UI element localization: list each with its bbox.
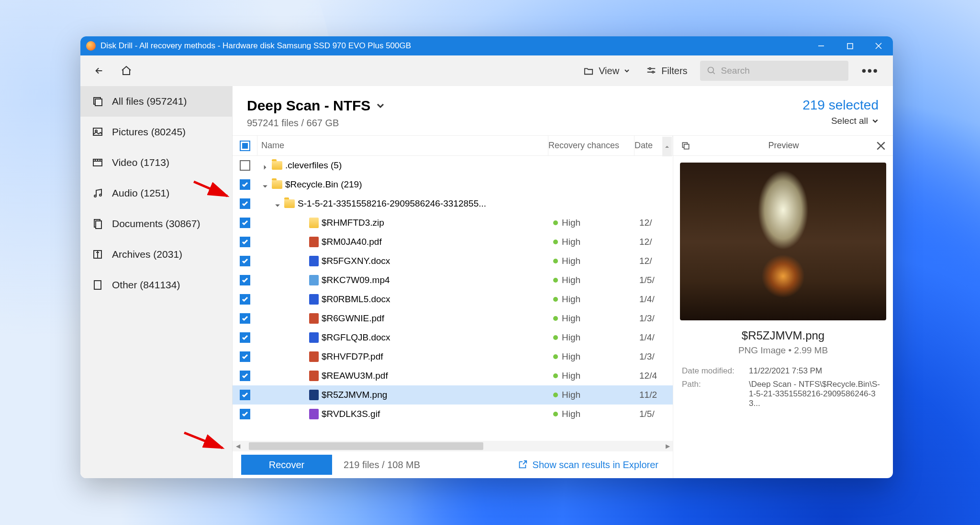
recover-label: Recover (269, 459, 304, 470)
horizontal-scrollbar[interactable]: ◀ ▶ (233, 441, 673, 451)
back-button[interactable] (90, 63, 108, 79)
row-checkbox[interactable] (240, 351, 250, 362)
other-icon (92, 279, 103, 291)
row-checkbox[interactable] (240, 160, 250, 171)
svg-line-9 (713, 72, 714, 74)
close-button[interactable] (864, 36, 893, 55)
column-name[interactable]: Name (257, 136, 548, 155)
status-dot-icon (553, 335, 558, 340)
sidebar-item-other[interactable]: Other (841134) (80, 270, 232, 300)
expand-caret[interactable] (262, 162, 269, 169)
close-preview-button[interactable] (877, 142, 885, 150)
row-checkbox[interactable] (240, 237, 250, 247)
chevron-down-icon (624, 68, 630, 74)
search-box[interactable] (700, 61, 848, 81)
expand-caret[interactable] (275, 200, 281, 207)
sidebar-item-label: Other (841134) (112, 279, 180, 291)
table-row[interactable]: $RHMFTD3.zipHigh12/ (233, 213, 673, 232)
scan-title-dropdown[interactable]: Deep Scan - NTFS (247, 98, 385, 114)
row-checkbox[interactable] (240, 218, 250, 228)
table-row[interactable]: $REAWU3M.pdfHigh12/4 (233, 366, 673, 385)
toolbar: View Filters ••• (80, 55, 893, 86)
sidebar-item-archives[interactable]: Archives (2031) (80, 239, 232, 270)
file-name: $REAWU3M.pdf (322, 371, 388, 381)
preview-path-value: \Deep Scan - NTFS\$Recycle.Bin\S-1-5-21-… (749, 380, 884, 408)
minimize-button[interactable] (807, 36, 835, 55)
folder-icon (583, 66, 594, 76)
file-date: 1/3/ (639, 313, 673, 324)
show-in-explorer-link[interactable]: Show scan results in Explorer (517, 459, 673, 470)
table-row[interactable]: $R6GWNIE.pdfHigh1/3/ (233, 309, 673, 328)
file-name: $RHVFD7P.pdf (322, 351, 383, 362)
sidebar-item-video[interactable]: Video (1713) (80, 147, 232, 178)
table-row[interactable]: $Recycle.Bin (219) (233, 175, 673, 194)
recovery-chance: High (562, 409, 580, 419)
file-date: 12/ (639, 218, 673, 228)
file-name: $R0RBML5.docx (322, 294, 390, 305)
select-all-checkbox[interactable] (240, 141, 250, 151)
column-recovery[interactable]: Recovery chances (548, 136, 635, 155)
file-name: $RHMFTD3.zip (322, 218, 384, 228)
table-row[interactable]: $RM0JA40.pdfHigh12/ (233, 232, 673, 252)
table-row[interactable]: $RKC7W09.mp4High1/5/ (233, 271, 673, 290)
recover-button[interactable]: Recover (241, 455, 332, 475)
table-row[interactable]: $R5FGXNY.docxHigh12/ (233, 252, 673, 271)
more-menu-button[interactable]: ••• (857, 63, 883, 78)
svg-point-19 (94, 195, 96, 197)
scroll-left-button[interactable]: ◀ (233, 442, 243, 450)
select-all-dropdown[interactable]: Select all (802, 116, 879, 126)
external-link-icon (517, 459, 528, 470)
table-row[interactable]: .cleverfiles (5) (233, 156, 673, 175)
row-checkbox[interactable] (240, 409, 250, 419)
preview-modified-value: 11/22/2021 7:53 PM (749, 366, 884, 376)
copy-icon[interactable] (681, 141, 690, 151)
scroll-right-button[interactable]: ▶ (662, 442, 673, 450)
recovery-chance: High (562, 313, 580, 324)
row-checkbox[interactable] (240, 256, 250, 266)
search-input[interactable] (721, 66, 842, 76)
row-checkbox[interactable] (240, 198, 250, 209)
sidebar-item-all-files[interactable]: All files (957241) (80, 86, 232, 117)
row-checkbox[interactable] (240, 294, 250, 305)
sidebar-item-pictures[interactable]: Pictures (80245) (80, 117, 232, 147)
recovery-chance: High (562, 218, 580, 228)
file-name: .cleverfiles (5) (285, 160, 342, 171)
table-row[interactable]: $RHVFD7P.pdfHigh1/3/ (233, 347, 673, 366)
scroll-up-button[interactable] (662, 137, 672, 156)
status-dot-icon (553, 297, 558, 302)
table-row[interactable]: $R0RBML5.docxHigh1/4/ (233, 290, 673, 309)
folder-icon (272, 161, 282, 170)
table-row[interactable]: $RVDLK3S.gifHigh1/5/ (233, 405, 673, 424)
sidebar-item-audio[interactable]: Audio (1251) (80, 178, 232, 208)
file-date: 1/5/ (639, 275, 673, 285)
chevron-down-icon (376, 101, 385, 110)
sidebar-item-documents[interactable]: Documents (30867) (80, 208, 232, 239)
row-checkbox[interactable] (240, 371, 250, 381)
home-button[interactable] (117, 62, 136, 79)
preview-title: Preview (690, 141, 877, 151)
row-checkbox[interactable] (240, 390, 250, 400)
scroll-thumb[interactable] (249, 442, 483, 450)
file-date: 12/ (639, 237, 673, 247)
row-checkbox[interactable] (240, 332, 250, 343)
row-checkbox[interactable] (240, 275, 250, 285)
preview-pane: Preview $R5ZJMVM.png PNG Image • 2.99 MB… (673, 135, 893, 478)
search-icon (707, 66, 716, 76)
titlebar[interactable]: Disk Drill - All recovery methods - Hard… (80, 36, 893, 55)
row-checkbox[interactable] (240, 313, 250, 324)
app-icon (86, 41, 96, 51)
svg-rect-12 (93, 128, 102, 135)
expand-caret[interactable] (262, 181, 269, 188)
status-dot-icon (553, 393, 558, 397)
filters-button[interactable]: Filters (642, 63, 691, 79)
row-checkbox[interactable] (240, 179, 250, 190)
table-row[interactable]: S-1-5-21-3351558216-2909586246-3312855..… (233, 194, 673, 213)
table-row[interactable]: $RGFLQJB.docxHigh1/4/ (233, 328, 673, 347)
doc-file-icon (309, 332, 319, 343)
file-date: 1/5/ (639, 409, 673, 419)
status-dot-icon (553, 240, 558, 244)
maximize-button[interactable] (835, 36, 864, 55)
recovery-chance: High (562, 371, 580, 381)
table-row[interactable]: $R5ZJMVM.pngHigh11/2 (233, 385, 673, 405)
view-dropdown[interactable]: View (579, 63, 634, 79)
